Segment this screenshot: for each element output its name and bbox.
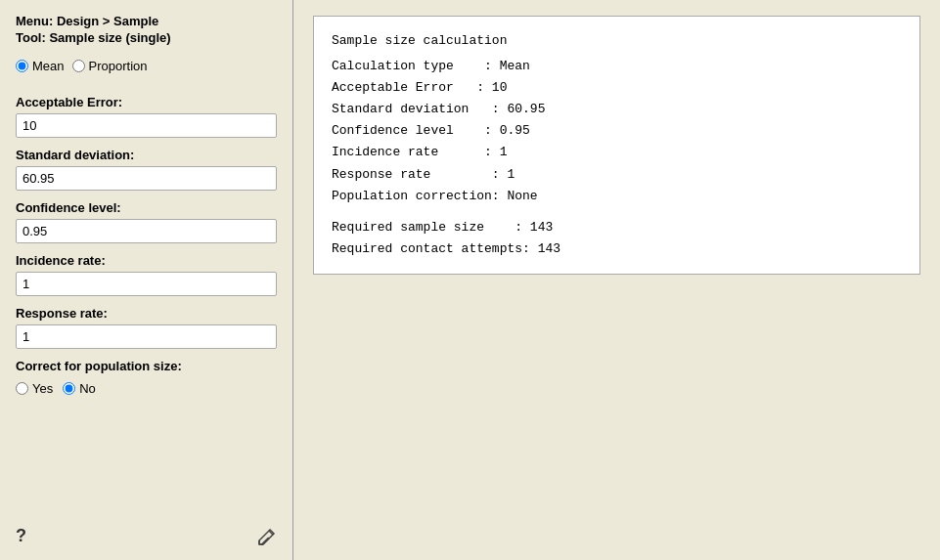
no-radio[interactable] <box>63 382 75 395</box>
calc-type-row: Calculation type : Mean <box>332 56 902 77</box>
proportion-radio-label[interactable]: Proportion <box>72 59 148 73</box>
mean-label: Mean <box>32 59 65 73</box>
result-box: Sample size calculation Calculation type… <box>313 16 920 275</box>
ae-label: Acceptable Error <box>332 80 454 95</box>
right-panel: Sample size calculation Calculation type… <box>293 0 940 560</box>
yes-radio-label[interactable]: Yes <box>16 381 53 396</box>
calc-type-value: : Mean <box>484 59 530 73</box>
sd-label: Standard deviation <box>332 102 469 116</box>
box-title: Sample size calculation <box>332 30 902 52</box>
population-row: Population correction: None <box>332 186 902 207</box>
confidence-row: Confidence level : 0.95 <box>332 120 902 142</box>
edit-svg-icon <box>258 528 276 545</box>
response-rate-label: Response rate: <box>16 306 277 321</box>
rr-label: Response rate <box>332 167 430 182</box>
left-panel: Menu: Design > Sample Tool: Sample size … <box>0 0 293 560</box>
pc-label: Population correction: <box>332 189 500 203</box>
proportion-label: Proportion <box>89 59 148 73</box>
incidence-rate-input[interactable] <box>16 272 277 296</box>
yes-label: Yes <box>32 381 53 396</box>
response-row: Response rate : 1 <box>332 164 902 186</box>
std-dev-row: Standard deviation : 60.95 <box>332 99 902 120</box>
mean-radio[interactable] <box>16 60 28 72</box>
proportion-radio[interactable] <box>72 60 85 72</box>
confidence-level-label: Confidence level: <box>16 200 277 215</box>
required-sample-row: Required sample size : 143 <box>332 217 902 238</box>
bottom-bar: ? <box>16 516 277 546</box>
yes-radio[interactable] <box>16 382 28 395</box>
incidence-row: Incidence rate : 1 <box>332 142 902 163</box>
ir-value: : 1 <box>484 145 507 159</box>
cl-label: Confidence level <box>332 123 454 138</box>
acceptable-error-input[interactable] <box>16 113 277 138</box>
rc-value: 143 <box>538 241 560 256</box>
no-radio-label[interactable]: No <box>63 381 96 396</box>
calc-type-label: Calculation type <box>332 59 454 73</box>
tool-title: Tool: Sample size (single) <box>16 30 277 45</box>
acceptable-error-label: Acceptable Error: <box>16 95 277 109</box>
rr-value: : 1 <box>492 167 515 182</box>
required-contact-row: Required contact attempts: 143 <box>332 238 902 260</box>
ae-value: : 10 <box>476 80 507 95</box>
no-label: No <box>79 381 96 396</box>
rc-label: Required contact attempts: <box>332 241 530 256</box>
rs-label: Required sample size <box>332 220 484 235</box>
population-size-label: Correct for population size: <box>16 359 277 373</box>
calc-type-spacer <box>454 59 484 73</box>
population-size-radio-group: Yes No <box>16 381 277 396</box>
ir-label: Incidence rate <box>332 145 438 159</box>
menu-title: Menu: Design > Sample <box>16 14 277 28</box>
sd-value: : 60.95 <box>492 102 546 116</box>
svg-marker-1 <box>259 530 274 544</box>
standard-deviation-input[interactable] <box>16 166 277 191</box>
calculation-type-radio-group: Mean Proportion <box>16 59 277 73</box>
mean-radio-label[interactable]: Mean <box>16 59 65 73</box>
rs-value: : 143 <box>515 220 553 235</box>
acceptable-error-row: Acceptable Error : 10 <box>332 77 902 99</box>
confidence-level-input[interactable] <box>16 219 277 243</box>
result-spacer <box>332 207 902 217</box>
incidence-rate-label: Incidence rate: <box>16 253 277 268</box>
help-icon[interactable]: ? <box>16 526 26 546</box>
standard-deviation-label: Standard deviation: <box>16 148 277 162</box>
response-rate-input[interactable] <box>16 324 277 349</box>
pc-value: None <box>507 189 537 203</box>
edit-icon[interactable] <box>257 527 277 546</box>
cl-value: : 0.95 <box>484 123 530 138</box>
